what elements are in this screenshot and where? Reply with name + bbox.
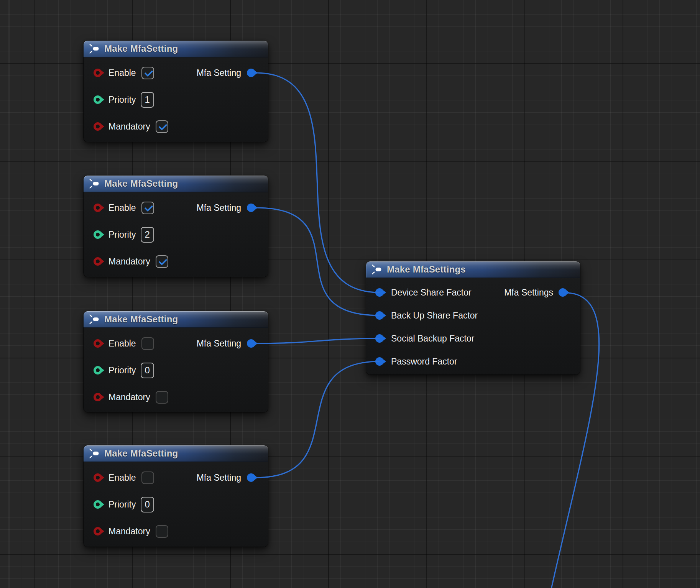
pin-label: Mfa Setting — [197, 203, 241, 213]
checkmark-icon — [158, 122, 167, 130]
pin-label: Mandatory — [108, 392, 150, 402]
enable-checkbox[interactable] — [141, 202, 154, 214]
enable-checkbox[interactable] — [141, 67, 154, 79]
pin-input-back-up-share-factor[interactable] — [375, 311, 384, 320]
pin-output-mfa-setting[interactable] — [247, 339, 255, 348]
blueprint-graph-viewport[interactable]: Make MfaSetting Enable Mfa Setting Prior… — [0, 0, 700, 588]
checkmark-icon — [144, 203, 153, 212]
pin-input-priority[interactable] — [94, 230, 102, 239]
mandatory-checkbox[interactable] — [156, 255, 168, 268]
enable-checkbox[interactable] — [141, 337, 154, 350]
priority-value-input[interactable]: 2 — [141, 227, 154, 243]
pin-input-enable[interactable] — [94, 204, 102, 212]
node-title: Make MfaSettings — [387, 264, 466, 275]
make-struct-icon — [89, 448, 100, 459]
node-header[interactable]: Make MfaSetting — [84, 41, 268, 57]
pin-input-mandatory[interactable] — [94, 527, 102, 535]
node-make-mfasetting-2[interactable]: Make MfaSetting Enable Mfa Setting Prior… — [84, 176, 268, 277]
pin-input-enable[interactable] — [94, 69, 102, 77]
pin-label: Enable — [108, 203, 136, 213]
pin-label: Mandatory — [108, 122, 150, 132]
pin-input-enable[interactable] — [94, 339, 102, 348]
checkmark-icon — [158, 256, 167, 265]
pin-input-mandatory[interactable] — [94, 393, 102, 401]
make-struct-icon — [89, 43, 100, 54]
pin-label: Mfa Setting — [197, 338, 241, 349]
pin-input-enable[interactable] — [94, 473, 102, 482]
pin-label: Priority — [108, 230, 136, 240]
pin-input-password-factor[interactable] — [375, 357, 384, 366]
pin-label: Enable — [108, 338, 136, 349]
node-header[interactable]: Make MfaSetting — [84, 445, 268, 462]
mandatory-checkbox[interactable] — [156, 391, 168, 404]
pin-input-priority[interactable] — [94, 366, 102, 374]
node-title: Make MfaSetting — [104, 43, 178, 54]
pin-label: Enable — [108, 68, 136, 78]
make-struct-icon — [89, 178, 100, 189]
pin-label: Social Backup Factor — [391, 333, 474, 344]
mandatory-checkbox[interactable] — [156, 120, 168, 133]
node-header[interactable]: Make MfaSetting — [84, 311, 268, 328]
pin-label: Mandatory — [108, 526, 150, 537]
pin-output-mfa-settings[interactable] — [559, 288, 567, 297]
node-make-mfasetting-4[interactable]: Make MfaSetting Enable Mfa Setting Prior… — [84, 445, 268, 547]
node-header[interactable]: Make MfaSetting — [84, 176, 268, 192]
priority-value-input[interactable]: 0 — [141, 363, 154, 378]
pin-label: Mfa Setting — [197, 68, 241, 78]
pin-input-social-backup-factor[interactable] — [375, 334, 384, 343]
pin-input-priority[interactable] — [94, 500, 102, 509]
pin-input-mandatory[interactable] — [94, 122, 102, 131]
pin-label: Mfa Settings — [504, 287, 553, 298]
pin-label: Device Share Factor — [391, 287, 472, 298]
node-make-mfasetting-1[interactable]: Make MfaSetting Enable Mfa Setting Prior… — [84, 41, 268, 142]
mandatory-checkbox[interactable] — [156, 525, 168, 538]
enable-checkbox[interactable] — [141, 471, 154, 484]
pin-input-device-share-factor[interactable] — [375, 288, 384, 297]
pin-label: Priority — [108, 365, 136, 376]
node-title: Make MfaSetting — [104, 178, 178, 189]
pin-output-mfa-setting[interactable] — [247, 473, 255, 482]
pin-label: Back Up Share Factor — [391, 310, 478, 321]
pin-output-mfa-setting[interactable] — [247, 204, 255, 212]
pin-label: Mfa Setting — [197, 473, 241, 483]
node-header[interactable]: Make MfaSettings — [366, 261, 580, 278]
node-title: Make MfaSetting — [104, 314, 178, 325]
priority-value-input[interactable]: 0 — [141, 497, 154, 512]
pin-label: Password Factor — [391, 356, 457, 367]
checkmark-icon — [144, 68, 153, 77]
priority-value-input[interactable]: 1 — [141, 92, 154, 108]
pin-input-priority[interactable] — [94, 95, 102, 104]
make-struct-icon — [89, 314, 100, 325]
pin-input-mandatory[interactable] — [94, 257, 102, 266]
node-make-mfasettings[interactable]: Make MfaSettings Device Share Factor Mfa… — [366, 261, 580, 374]
pin-output-mfa-setting[interactable] — [247, 69, 255, 77]
pin-label: Mandatory — [108, 256, 150, 267]
node-title: Make MfaSetting — [104, 448, 178, 459]
node-make-mfasetting-3[interactable]: Make MfaSetting Enable Mfa Setting Prior… — [84, 311, 268, 412]
pin-label: Priority — [108, 499, 136, 510]
make-struct-icon — [371, 264, 383, 275]
pin-label: Priority — [108, 95, 136, 105]
pin-label: Enable — [108, 473, 136, 483]
